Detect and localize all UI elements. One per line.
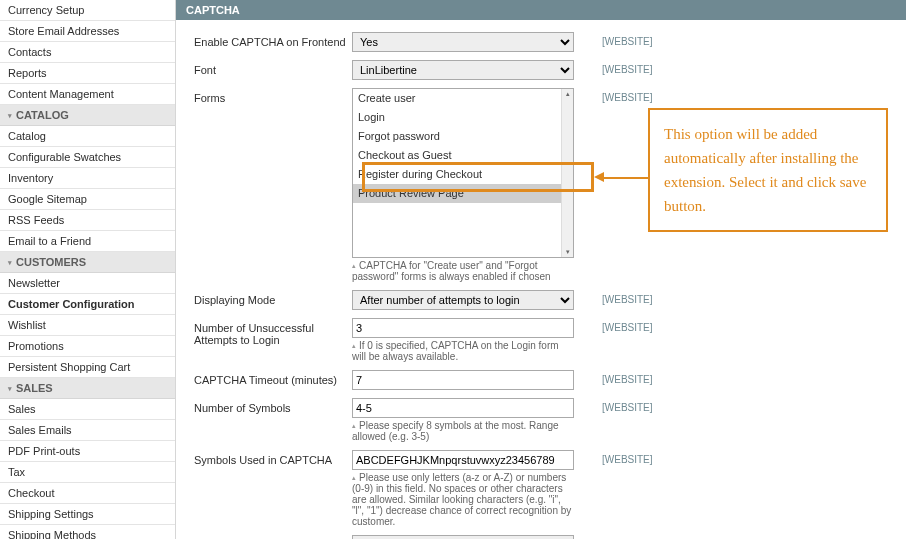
input-symcount[interactable]	[352, 398, 574, 418]
sidebar-item[interactable]: Promotions	[0, 336, 175, 357]
sidebar: Currency SetupStore Email AddressesConta…	[0, 0, 176, 539]
listbox-option[interactable]: Checkout as Guest	[353, 146, 563, 165]
listbox-option[interactable]: Login	[353, 108, 563, 127]
scope-casesens: [WEBSITE]	[602, 535, 653, 539]
section-title[interactable]: CAPTCHA	[176, 0, 906, 20]
sidebar-head-customers[interactable]: CUSTOMERS	[0, 252, 175, 273]
sidebar-item[interactable]: Store Email Addresses	[0, 21, 175, 42]
hint-symcount: Please specify 8 symbols at the most. Ra…	[352, 418, 574, 442]
sidebar-head-catalog[interactable]: CATALOG	[0, 105, 175, 126]
sidebar-item[interactable]: Sales Emails	[0, 420, 175, 441]
label-enable: Enable CAPTCHA on Frontend	[194, 32, 352, 48]
sidebar-item[interactable]: Customer Configuration	[0, 294, 175, 315]
input-attempts[interactable]	[352, 318, 574, 338]
scope-mode: [WEBSITE]	[602, 290, 653, 305]
hint-attempts: If 0 is specified, CAPTCHA on the Login …	[352, 338, 574, 362]
sidebar-item[interactable]: Google Sitemap	[0, 189, 175, 210]
label-symcount: Number of Symbols	[194, 398, 352, 414]
listbox-option[interactable]: Register during Checkout	[353, 165, 563, 184]
sidebar-head-sales[interactable]: SALES	[0, 378, 175, 399]
listbox-option[interactable]: Forgot password	[353, 127, 563, 146]
sidebar-item[interactable]: Shipping Settings	[0, 504, 175, 525]
sidebar-item[interactable]: Contacts	[0, 42, 175, 63]
annotation-callout: This option will be added automatically …	[648, 108, 888, 232]
sidebar-item[interactable]: Reports	[0, 63, 175, 84]
scope-forms: [WEBSITE]	[602, 88, 653, 103]
sidebar-item[interactable]: Currency Setup	[0, 0, 175, 21]
label-forms: Forms	[194, 88, 352, 104]
label-font: Font	[194, 60, 352, 76]
select-font[interactable]: LinLibertine	[352, 60, 574, 80]
input-symused[interactable]	[352, 450, 574, 470]
input-timeout[interactable]	[352, 370, 574, 390]
label-attempts: Number of Unsuccessful Attempts to Login	[194, 318, 352, 346]
sidebar-item[interactable]: Inventory	[0, 168, 175, 189]
scope-font: [WEBSITE]	[602, 60, 653, 75]
sidebar-item[interactable]: Catalog	[0, 126, 175, 147]
scope-enable: [WEBSITE]	[602, 32, 653, 47]
sidebar-item[interactable]: Configurable Swatches	[0, 147, 175, 168]
label-mode: Displaying Mode	[194, 290, 352, 306]
hint-forms: CAPTCHA for "Create user" and "Forgot pa…	[352, 258, 574, 282]
sidebar-item[interactable]: Content Management	[0, 84, 175, 105]
hint-symused: Please use only letters (a-z or A-Z) or …	[352, 470, 574, 527]
sidebar-item[interactable]: PDF Print-outs	[0, 441, 175, 462]
scrollbar[interactable]	[561, 89, 573, 257]
sidebar-item[interactable]: Newsletter	[0, 273, 175, 294]
scope-symcount: [WEBSITE]	[602, 398, 653, 413]
select-mode[interactable]: After number of attempts to login	[352, 290, 574, 310]
sidebar-item[interactable]: Shipping Methods	[0, 525, 175, 539]
sidebar-item[interactable]: Wishlist	[0, 315, 175, 336]
sidebar-item[interactable]: RSS Feeds	[0, 210, 175, 231]
select-enable[interactable]: Yes	[352, 32, 574, 52]
label-timeout: CAPTCHA Timeout (minutes)	[194, 370, 352, 386]
scope-attempts: [WEBSITE]	[602, 318, 653, 333]
listbox-option[interactable]: Create user	[353, 89, 563, 108]
listbox-forms[interactable]: Create userLoginForgot passwordCheckout …	[352, 88, 574, 258]
label-symused: Symbols Used in CAPTCHA	[194, 450, 352, 466]
annotation-arrow	[598, 177, 648, 179]
sidebar-item[interactable]: Checkout	[0, 483, 175, 504]
sidebar-item[interactable]: Email to a Friend	[0, 231, 175, 252]
main-panel: CAPTCHA Enable CAPTCHA on Frontend Yes […	[176, 0, 906, 539]
sidebar-item[interactable]: Persistent Shopping Cart	[0, 357, 175, 378]
scope-timeout: [WEBSITE]	[602, 370, 653, 385]
select-casesens[interactable]: No	[352, 535, 574, 539]
scope-symused: [WEBSITE]	[602, 450, 653, 465]
listbox-option[interactable]: Product Review Page	[353, 184, 563, 203]
sidebar-item[interactable]: Sales	[0, 399, 175, 420]
annotation-text: This option will be added automatically …	[664, 126, 866, 214]
label-casesens: Case Sensitive	[194, 535, 352, 539]
sidebar-item[interactable]: Tax	[0, 462, 175, 483]
annotation-arrowhead	[594, 172, 604, 182]
